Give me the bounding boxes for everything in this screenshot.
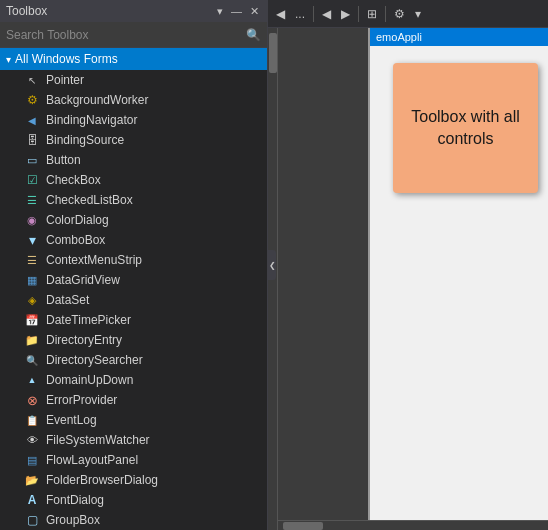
context-icon xyxy=(24,252,40,268)
settings-button[interactable]: ⚙ xyxy=(390,5,409,23)
fswatcher-icon xyxy=(24,432,40,448)
item-label-filesystemwatcher: FileSystemWatcher xyxy=(46,433,150,447)
toolbox-item-backgroundworker[interactable]: BackgroundWorker xyxy=(0,90,267,110)
titlebar-icons: ▾ — ✕ xyxy=(215,5,261,18)
toolbox-item-errorprovider[interactable]: ErrorProvider xyxy=(0,390,267,410)
dirsearch-icon xyxy=(24,352,40,368)
back-button[interactable]: ◀ xyxy=(272,5,289,23)
ellipsis-button[interactable]: ... xyxy=(291,5,309,23)
item-label-flowlayoutpanel: FlowLayoutPanel xyxy=(46,453,138,467)
item-label-eventlog: EventLog xyxy=(46,413,97,427)
item-label-bindingnavigator: BindingNavigator xyxy=(46,113,137,127)
category-label: All Windows Forms xyxy=(15,52,118,66)
category-header[interactable]: ▾ All Windows Forms xyxy=(0,48,267,70)
arrange-button[interactable]: ⊞ xyxy=(363,5,381,23)
designer-form[interactable]: emoAppli Toolbox with all controls xyxy=(278,28,548,520)
pointer-icon xyxy=(24,72,40,88)
toolbox-item-domainupdown[interactable]: DomainUpDown xyxy=(0,370,267,390)
folder-icon xyxy=(24,472,40,488)
toolbox-item-bindingsource[interactable]: BindingSource xyxy=(0,130,267,150)
toolbar-separator-2 xyxy=(358,6,359,22)
db-icon xyxy=(24,132,40,148)
item-label-contextmenustrip: ContextMenuStrip xyxy=(46,253,142,267)
toolbox-item-filesystemwatcher[interactable]: FileSystemWatcher xyxy=(0,430,267,450)
datetime-icon xyxy=(24,312,40,328)
toolbox-item-datagridview[interactable]: DataGridView xyxy=(0,270,267,290)
toolbox-item-fontdialog[interactable]: FontDialog xyxy=(0,490,267,510)
toolbox-item-dataset[interactable]: DataSet xyxy=(0,290,267,310)
item-label-checkedlistbox: CheckedListBox xyxy=(46,193,133,207)
toolbox-item-flowlayoutpanel[interactable]: FlowLayoutPanel xyxy=(0,450,267,470)
toolbox-item-bindingnavigator[interactable]: BindingNavigator xyxy=(0,110,267,130)
toolbox-item-datetimepicker[interactable]: DateTimePicker xyxy=(0,310,267,330)
item-label-domainupdown: DomainUpDown xyxy=(46,373,133,387)
horizontal-scrollbar[interactable] xyxy=(278,520,548,530)
settings-arrow-button[interactable]: ▾ xyxy=(411,5,425,23)
toolbox-title: Toolbox xyxy=(6,4,47,18)
item-label-fontdialog: FontDialog xyxy=(46,493,104,507)
form-title-text: emoAppli xyxy=(376,31,422,43)
grid-icon xyxy=(24,272,40,288)
sticky-note: Toolbox with all controls xyxy=(393,63,538,193)
close-icon[interactable]: ✕ xyxy=(248,5,261,18)
toolbox-content[interactable]: ▾ All Windows Forms Pointer BackgroundWo… xyxy=(0,48,267,530)
gear-icon xyxy=(24,92,40,108)
item-label-pointer: Pointer xyxy=(46,73,84,87)
item-label-datagridview: DataGridView xyxy=(46,273,120,287)
toolbox-item-combobox[interactable]: ComboBox xyxy=(0,230,267,250)
item-label-button: Button xyxy=(46,153,81,167)
toolbox-panel: Toolbox ▾ — ✕ 🔍 ▾ All Windows Forms Poin… xyxy=(0,0,268,530)
item-label-dataset: DataSet xyxy=(46,293,89,307)
toolbox-titlebar: Toolbox ▾ — ✕ xyxy=(0,0,267,22)
vertical-scrollbar-thumb[interactable] xyxy=(269,33,277,73)
toolbox-item-eventlog[interactable]: EventLog xyxy=(0,410,267,430)
groupbox-icon xyxy=(24,512,40,528)
toolbox-item-button[interactable]: Button xyxy=(0,150,267,170)
item-label-bindingsource: BindingSource xyxy=(46,133,124,147)
form-titlebar: emoAppli xyxy=(370,28,548,46)
toolbox-item-contextmenustrip[interactable]: ContextMenuStrip xyxy=(0,250,267,270)
toolbox-item-directorysearcher[interactable]: DirectorySearcher xyxy=(0,350,267,370)
checklist-icon xyxy=(24,192,40,208)
horizontal-scrollbar-thumb[interactable] xyxy=(283,522,323,530)
sticky-note-text: Toolbox with all controls xyxy=(403,106,528,151)
dataset-icon xyxy=(24,292,40,308)
item-label-directorysearcher: DirectorySearcher xyxy=(46,353,143,367)
item-label-backgroundworker: BackgroundWorker xyxy=(46,93,149,107)
item-label-combobox: ComboBox xyxy=(46,233,105,247)
minimize-icon[interactable]: — xyxy=(229,5,244,17)
domain-icon xyxy=(24,372,40,388)
search-input[interactable] xyxy=(6,28,242,42)
nav-icon xyxy=(24,112,40,128)
toolbox-item-checkedlistbox[interactable]: CheckedListBox xyxy=(0,190,267,210)
toolbox-item-colordialog[interactable]: ColorDialog xyxy=(0,210,267,230)
error-icon xyxy=(24,392,40,408)
item-label-datetimepicker: DateTimePicker xyxy=(46,313,131,327)
item-label-directoryentry: DirectoryEntry xyxy=(46,333,122,347)
toolbar-separator-1 xyxy=(313,6,314,22)
btn-icon xyxy=(24,152,40,168)
pin-icon[interactable]: ▾ xyxy=(215,5,225,18)
toolbox-item-folderbrowserdialog[interactable]: FolderBrowserDialog xyxy=(0,470,267,490)
designer-area: emoAppli Toolbox with all controls xyxy=(268,28,548,530)
nav-fwd-button[interactable]: ▶ xyxy=(337,5,354,23)
check-icon xyxy=(24,172,40,188)
color-icon xyxy=(24,212,40,228)
item-label-checkbox: CheckBox xyxy=(46,173,101,187)
panel-collapse-handle[interactable] xyxy=(268,250,276,280)
category-arrow-icon: ▾ xyxy=(6,54,11,65)
direntry-icon xyxy=(24,332,40,348)
form-container: emoAppli Toolbox with all controls xyxy=(278,28,548,520)
toolbox-item-checkbox[interactable]: CheckBox xyxy=(0,170,267,190)
designer-toolbar: ◀ ... ◀ ▶ ⊞ ⚙ ▾ xyxy=(268,0,548,28)
nav-back-button[interactable]: ◀ xyxy=(318,5,335,23)
flowlayout-icon xyxy=(24,452,40,468)
toolbox-item-groupbox[interactable]: GroupBox xyxy=(0,510,267,530)
item-label-colordialog: ColorDialog xyxy=(46,213,109,227)
toolbox-item-directoryentry[interactable]: DirectoryEntry xyxy=(0,330,267,350)
designer-panel: ◀ ... ◀ ▶ ⊞ ⚙ ▾ emoAppli xyxy=(268,0,548,530)
search-icon: 🔍 xyxy=(246,28,261,42)
toolbox-item-pointer[interactable]: Pointer xyxy=(0,70,267,90)
event-icon xyxy=(24,412,40,428)
item-label-folderbrowserdialog: FolderBrowserDialog xyxy=(46,473,158,487)
